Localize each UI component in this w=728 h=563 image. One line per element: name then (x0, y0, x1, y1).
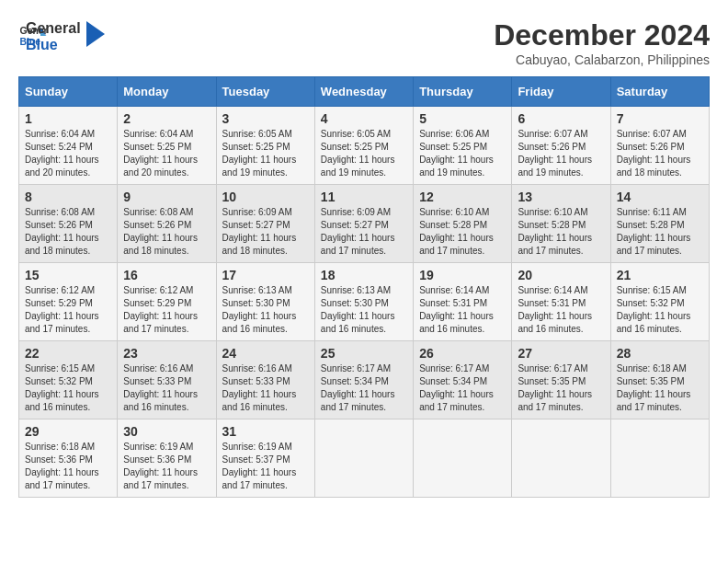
day-number: 16 (123, 268, 210, 282)
day-info: Sunrise: 6:05 AMSunset: 5:25 PMDaylight:… (222, 128, 309, 179)
logo: General Blue General Blue (18, 18, 105, 52)
day-number: 7 (617, 111, 703, 126)
day-info: Sunrise: 6:17 AMSunset: 5:35 PMDaylight:… (518, 362, 604, 414)
day-number: 18 (321, 268, 407, 282)
day-number: 21 (617, 268, 703, 282)
calendar-cell: 2 Sunrise: 6:04 AMSunset: 5:25 PMDayligh… (118, 107, 216, 185)
page-header: General Blue General Blue December 2024 … (18, 18, 710, 67)
calendar-cell: 27 Sunrise: 6:17 AMSunset: 5:35 PMDaylig… (512, 341, 610, 419)
calendar-cell: 4 Sunrise: 6:05 AMSunset: 5:25 PMDayligh… (314, 107, 413, 185)
calendar-cell: 30 Sunrise: 6:19 AMSunset: 5:36 PMDaylig… (118, 419, 216, 498)
calendar-cell: 8 Sunrise: 6:08 AMSunset: 5:26 PMDayligh… (19, 185, 118, 263)
day-info: Sunrise: 6:04 AMSunset: 5:25 PMDaylight:… (123, 128, 210, 179)
calendar-cell: 9 Sunrise: 6:08 AMSunset: 5:26 PMDayligh… (118, 185, 216, 263)
day-number: 14 (617, 190, 703, 204)
day-info: Sunrise: 6:05 AMSunset: 5:25 PMDaylight:… (321, 128, 407, 179)
logo-blue: Blue (26, 37, 81, 53)
day-number: 17 (222, 268, 309, 282)
day-info: Sunrise: 6:12 AMSunset: 5:29 PMDaylight:… (25, 284, 111, 336)
day-info: Sunrise: 6:13 AMSunset: 5:30 PMDaylight:… (321, 284, 407, 336)
day-number: 20 (518, 268, 604, 282)
calendar-week-3: 15 Sunrise: 6:12 AMSunset: 5:29 PMDaylig… (19, 263, 710, 341)
calendar-cell: 23 Sunrise: 6:16 AMSunset: 5:33 PMDaylig… (118, 341, 216, 419)
calendar-cell: 3 Sunrise: 6:05 AMSunset: 5:25 PMDayligh… (216, 107, 314, 185)
calendar-cell: 20 Sunrise: 6:14 AMSunset: 5:31 PMDaylig… (512, 263, 610, 341)
day-info: Sunrise: 6:15 AMSunset: 5:32 PMDaylight:… (617, 284, 703, 336)
day-number: 31 (222, 424, 309, 439)
day-number: 5 (419, 111, 506, 126)
day-info: Sunrise: 6:16 AMSunset: 5:33 PMDaylight:… (222, 362, 309, 414)
calendar-week-4: 22 Sunrise: 6:15 AMSunset: 5:32 PMDaylig… (19, 341, 710, 419)
day-info: Sunrise: 6:18 AMSunset: 5:35 PMDaylight:… (617, 362, 703, 414)
calendar-cell: 13 Sunrise: 6:10 AMSunset: 5:28 PMDaylig… (512, 185, 610, 263)
day-number: 25 (321, 346, 407, 361)
day-info: Sunrise: 6:14 AMSunset: 5:31 PMDaylight:… (518, 284, 604, 336)
calendar-cell (314, 419, 413, 498)
day-number: 3 (222, 111, 309, 126)
day-info: Sunrise: 6:08 AMSunset: 5:26 PMDaylight:… (123, 206, 210, 258)
calendar-cell: 21 Sunrise: 6:15 AMSunset: 5:32 PMDaylig… (610, 263, 709, 341)
calendar-cell: 12 Sunrise: 6:10 AMSunset: 5:28 PMDaylig… (414, 185, 512, 263)
day-number: 4 (321, 111, 407, 126)
calendar-cell: 25 Sunrise: 6:17 AMSunset: 5:34 PMDaylig… (314, 341, 413, 419)
day-number: 9 (123, 190, 210, 204)
svg-marker-4 (86, 21, 105, 47)
day-number: 23 (123, 346, 210, 361)
day-number: 29 (25, 424, 111, 439)
day-number: 22 (25, 346, 111, 361)
day-info: Sunrise: 6:18 AMSunset: 5:36 PMDaylight:… (25, 441, 111, 492)
calendar-cell: 1 Sunrise: 6:04 AMSunset: 5:24 PMDayligh… (19, 107, 118, 185)
day-info: Sunrise: 6:09 AMSunset: 5:27 PMDaylight:… (321, 206, 407, 258)
col-sunday: Sunday (19, 77, 118, 107)
day-info: Sunrise: 6:09 AMSunset: 5:27 PMDaylight:… (222, 206, 309, 258)
calendar-cell: 5 Sunrise: 6:06 AMSunset: 5:25 PMDayligh… (414, 107, 512, 185)
day-info: Sunrise: 6:10 AMSunset: 5:28 PMDaylight:… (419, 206, 506, 258)
calendar-cell (610, 419, 709, 498)
day-number: 30 (123, 424, 210, 439)
calendar-cell: 14 Sunrise: 6:11 AMSunset: 5:28 PMDaylig… (610, 185, 709, 263)
calendar-cell: 22 Sunrise: 6:15 AMSunset: 5:32 PMDaylig… (19, 341, 118, 419)
day-info: Sunrise: 6:19 AMSunset: 5:36 PMDaylight:… (123, 441, 210, 492)
day-number: 12 (419, 190, 506, 204)
calendar-cell: 6 Sunrise: 6:07 AMSunset: 5:26 PMDayligh… (512, 107, 610, 185)
day-number: 28 (617, 346, 703, 361)
day-info: Sunrise: 6:11 AMSunset: 5:28 PMDaylight:… (617, 206, 703, 258)
location-subtitle: Cabuyao, Calabarzon, Philippines (494, 52, 710, 67)
calendar-cell: 31 Sunrise: 6:19 AMSunset: 5:37 PMDaylig… (216, 419, 314, 498)
calendar-cell: 7 Sunrise: 6:07 AMSunset: 5:26 PMDayligh… (610, 107, 709, 185)
col-tuesday: Tuesday (216, 77, 314, 107)
logo-general: General (26, 20, 81, 37)
day-info: Sunrise: 6:07 AMSunset: 5:26 PMDaylight:… (617, 128, 703, 179)
day-info: Sunrise: 6:16 AMSunset: 5:33 PMDaylight:… (123, 362, 210, 414)
calendar-cell (512, 419, 610, 498)
day-number: 1 (25, 111, 111, 126)
calendar-cell: 28 Sunrise: 6:18 AMSunset: 5:35 PMDaylig… (610, 341, 709, 419)
calendar-cell: 15 Sunrise: 6:12 AMSunset: 5:29 PMDaylig… (19, 263, 118, 341)
calendar-cell: 29 Sunrise: 6:18 AMSunset: 5:36 PMDaylig… (19, 419, 118, 498)
calendar-cell: 17 Sunrise: 6:13 AMSunset: 5:30 PMDaylig… (216, 263, 314, 341)
calendar-cell: 19 Sunrise: 6:14 AMSunset: 5:31 PMDaylig… (414, 263, 512, 341)
calendar-cell (414, 419, 512, 498)
day-number: 15 (25, 268, 111, 282)
day-number: 26 (419, 346, 506, 361)
day-info: Sunrise: 6:14 AMSunset: 5:31 PMDaylight:… (419, 284, 506, 336)
calendar-cell: 16 Sunrise: 6:12 AMSunset: 5:29 PMDaylig… (118, 263, 216, 341)
day-info: Sunrise: 6:10 AMSunset: 5:28 PMDaylight:… (518, 206, 604, 258)
day-info: Sunrise: 6:17 AMSunset: 5:34 PMDaylight:… (321, 362, 407, 414)
day-number: 24 (222, 346, 309, 361)
day-info: Sunrise: 6:04 AMSunset: 5:24 PMDaylight:… (25, 128, 111, 179)
calendar-cell: 26 Sunrise: 6:17 AMSunset: 5:34 PMDaylig… (414, 341, 512, 419)
day-info: Sunrise: 6:06 AMSunset: 5:25 PMDaylight:… (419, 128, 506, 179)
day-info: Sunrise: 6:19 AMSunset: 5:37 PMDaylight:… (222, 441, 309, 492)
col-friday: Friday (512, 77, 610, 107)
col-wednesday: Wednesday (314, 77, 413, 107)
calendar-week-5: 29 Sunrise: 6:18 AMSunset: 5:36 PMDaylig… (19, 419, 710, 498)
day-number: 8 (25, 190, 111, 204)
col-saturday: Saturday (610, 77, 709, 107)
day-number: 19 (419, 268, 506, 282)
day-number: 10 (222, 190, 309, 204)
day-info: Sunrise: 6:12 AMSunset: 5:29 PMDaylight:… (123, 284, 210, 336)
col-thursday: Thursday (414, 77, 512, 107)
day-number: 27 (518, 346, 604, 361)
day-info: Sunrise: 6:15 AMSunset: 5:32 PMDaylight:… (25, 362, 111, 414)
